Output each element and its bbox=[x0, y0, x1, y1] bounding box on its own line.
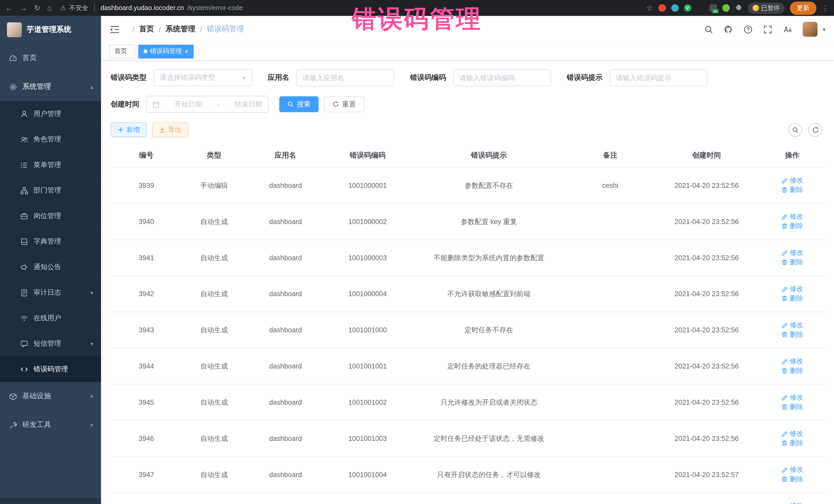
sidebar-item[interactable]: 通知公告 bbox=[0, 254, 101, 280]
user-avatar[interactable] bbox=[803, 22, 817, 37]
fullscreen-icon[interactable] bbox=[763, 25, 772, 34]
cell-msg: 不能删除类型为系统内置的参数配置 bbox=[410, 240, 567, 276]
sidebar-item[interactable]: 角色管理 bbox=[0, 127, 101, 152]
edit-icon bbox=[782, 503, 788, 504]
sidebar-item[interactable]: 系统管理 ▴ bbox=[0, 72, 101, 101]
message-icon bbox=[20, 339, 28, 348]
sidebar-item[interactable]: 短信管理 ▾ bbox=[0, 331, 101, 356]
cell-code: 1001001004 bbox=[325, 457, 411, 493]
dashboard-icon bbox=[9, 54, 17, 62]
search-button[interactable]: 搜索 bbox=[279, 96, 319, 112]
profile-paused-chip[interactable]: 已暂停 bbox=[748, 2, 785, 14]
font-size-icon[interactable] bbox=[783, 25, 792, 34]
help-icon[interactable] bbox=[744, 25, 753, 34]
cell-code: 1001000001 bbox=[325, 167, 411, 203]
sidebar-item[interactable]: 基础设施 ▾ bbox=[0, 382, 101, 411]
export-button[interactable]: 导出 bbox=[152, 123, 188, 137]
add-button[interactable]: 新增 bbox=[111, 123, 147, 137]
error-code-input[interactable] bbox=[453, 69, 551, 86]
error-hint-input[interactable] bbox=[610, 69, 707, 86]
sidebar-item[interactable]: 研发工具 ▾ bbox=[0, 411, 101, 439]
sidebar-item[interactable]: 岗位管理 bbox=[0, 203, 101, 229]
sidebar-item[interactable]: 菜单管理 bbox=[0, 152, 101, 178]
error-type-select[interactable]: 请选择错误码类型 ▾ bbox=[153, 69, 252, 86]
edit-link[interactable]: 修改 bbox=[782, 176, 803, 185]
breadcrumb-item[interactable]: 错误码管理 bbox=[207, 24, 244, 34]
select-placeholder: 请选择错误码类型 bbox=[160, 73, 215, 82]
red-extension-icon[interactable] bbox=[658, 4, 666, 12]
collapse-sidebar-icon[interactable] bbox=[110, 25, 119, 33]
on-badge: on bbox=[712, 9, 718, 13]
delete-link[interactable]: 删除 bbox=[782, 475, 803, 484]
table-row: 3942 自动生成 dashboard 1001000004 不允许获取敏感配置… bbox=[111, 276, 825, 312]
delete-link[interactable]: 删除 bbox=[782, 330, 803, 339]
puzzle-extension-icon[interactable] bbox=[735, 4, 742, 12]
v-extension-icon[interactable]: V bbox=[684, 4, 691, 12]
sidebar-collapse-bar[interactable] bbox=[0, 498, 101, 504]
date-end-placeholder: 结束日期 bbox=[235, 100, 262, 109]
delete-link[interactable]: 删除 bbox=[782, 402, 803, 411]
sidebar-item[interactable]: 用户管理 bbox=[0, 101, 101, 127]
caret-down-icon[interactable]: ▾ bbox=[823, 26, 825, 32]
filter-row-2: 创建时间 开始日期 - 结束日期 搜索 重置 bbox=[111, 96, 825, 113]
search-icon[interactable] bbox=[704, 25, 713, 34]
delete-link[interactable]: 删除 bbox=[782, 294, 803, 303]
edit-link[interactable]: 修改 bbox=[782, 248, 803, 257]
delete-link[interactable]: 删除 bbox=[782, 221, 803, 231]
refresh-table-button[interactable] bbox=[809, 123, 822, 137]
edit-link[interactable]: 修改 bbox=[782, 212, 803, 221]
delete-link[interactable]: 删除 bbox=[782, 258, 803, 267]
edit-link[interactable]: 修改 bbox=[782, 393, 803, 402]
reset-button[interactable]: 重置 bbox=[324, 96, 365, 112]
edit-link[interactable]: 修改 bbox=[782, 465, 803, 475]
tab-close-icon[interactable]: × bbox=[184, 48, 188, 54]
breadcrumb-item[interactable]: 首页 bbox=[139, 24, 154, 34]
delete-icon bbox=[782, 404, 788, 410]
address-bar[interactable]: ⚠ 不安全 dashboard.yudao.iocoder.cn/system/… bbox=[60, 3, 243, 12]
edit-link[interactable]: 修改 bbox=[782, 429, 803, 438]
toggle-search-button[interactable] bbox=[788, 123, 802, 137]
bookmark-star-icon[interactable]: ☆ bbox=[646, 4, 653, 12]
cell-remark bbox=[567, 312, 653, 348]
sidebar-item[interactable]: 字典管理 bbox=[0, 229, 101, 254]
sidebar-item[interactable]: 错误码管理 bbox=[0, 356, 101, 382]
tab[interactable]: 错误码管理 × bbox=[138, 44, 194, 58]
tampermonkey-extension-icon[interactable]: on bbox=[709, 4, 717, 12]
tab[interactable]: 首页 bbox=[109, 44, 135, 58]
breadcrumb: 首页 系统管理 错误码管理 bbox=[128, 24, 244, 34]
leaf-extension-icon[interactable] bbox=[722, 4, 729, 12]
back-icon[interactable]: ← bbox=[5, 4, 13, 12]
logo[interactable]: 芋道管理系统 bbox=[0, 16, 101, 44]
sidebar-item[interactable]: 部门管理 bbox=[0, 178, 101, 203]
cell-code: 1001000004 bbox=[325, 276, 411, 312]
sidebar-item[interactable]: 审计日志 ▾ bbox=[0, 280, 101, 305]
delete-link[interactable]: 删除 bbox=[782, 366, 803, 375]
edit-icon bbox=[782, 322, 788, 328]
edit-icon bbox=[782, 177, 788, 184]
screen: ← → ↻ ⌂ ⚠ 不安全 dashboard.yudao.iocoder.cn… bbox=[0, 0, 834, 504]
breadcrumb-item[interactable]: 系统管理 bbox=[166, 24, 195, 34]
edit-link[interactable]: 修改 bbox=[782, 285, 803, 293]
reload-icon[interactable]: ↻ bbox=[34, 4, 40, 12]
edit-link[interactable]: 修改 bbox=[782, 357, 803, 366]
github-icon[interactable] bbox=[724, 25, 733, 34]
date-range-picker[interactable]: 开始日期 - 结束日期 bbox=[146, 96, 269, 113]
edit-link[interactable]: 修改 bbox=[782, 321, 803, 330]
sidebar-item[interactable]: 在线用户 bbox=[0, 305, 101, 331]
sidebar-item[interactable]: 首页 bbox=[0, 44, 101, 72]
tab-label: 错误码管理 bbox=[150, 47, 182, 56]
update-button[interactable]: 更新 bbox=[790, 1, 816, 15]
delete-link[interactable]: 删除 bbox=[782, 439, 803, 447]
cell-remark bbox=[567, 420, 653, 457]
cell-msg: CRON 表达式不正确 bbox=[410, 493, 567, 504]
book-icon bbox=[20, 237, 28, 245]
edit-link[interactable]: 修改 bbox=[782, 502, 803, 504]
extensions-grid-icon[interactable] bbox=[697, 4, 704, 12]
gear-icon bbox=[9, 83, 17, 91]
teal-extension-icon[interactable] bbox=[671, 4, 679, 12]
browser-menu-icon[interactable]: ⋮ bbox=[822, 4, 829, 12]
home-icon[interactable]: ⌂ bbox=[47, 4, 52, 12]
delete-link[interactable]: 删除 bbox=[782, 185, 803, 194]
app-name-input[interactable] bbox=[296, 69, 394, 86]
forward-icon[interactable]: → bbox=[20, 4, 27, 12]
